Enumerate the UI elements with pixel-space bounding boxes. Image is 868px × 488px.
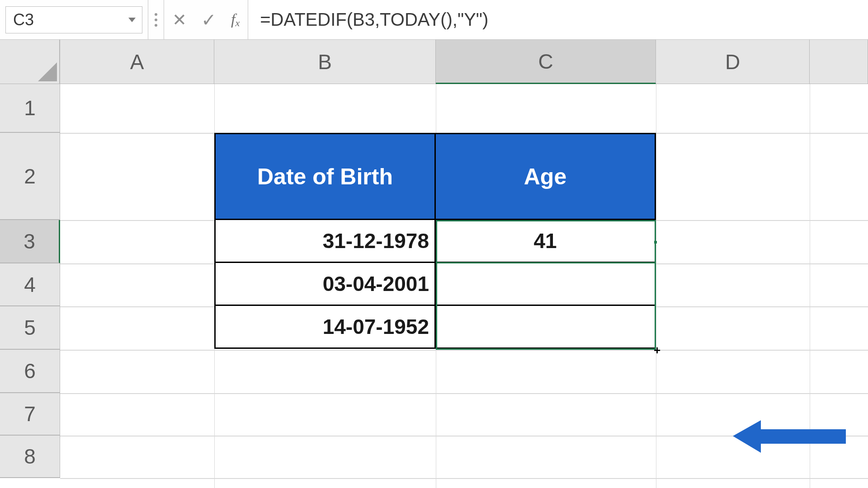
row-header-8[interactable]: 8 xyxy=(0,436,60,478)
table-row: 31-12-1978 41 xyxy=(214,220,656,263)
header-age[interactable]: Age xyxy=(436,133,656,220)
fill-cursor-icon: + xyxy=(654,344,660,356)
formula-text: =DATEDIF(B3,TODAY(),"Y") xyxy=(260,9,488,30)
fx-icon[interactable]: fx xyxy=(231,11,240,29)
chevron-down-icon[interactable] xyxy=(128,18,136,22)
formula-input[interactable]: =DATEDIF(B3,TODAY(),"Y") xyxy=(248,0,868,39)
row-headers: 1 2 3 4 5 6 7 8 xyxy=(0,84,60,478)
col-header-rest[interactable] xyxy=(810,40,868,84)
col-header-B[interactable]: B xyxy=(214,40,436,84)
name-box[interactable]: C3 xyxy=(5,6,142,33)
annotation-arrow-icon xyxy=(733,417,850,466)
row-header-2[interactable]: 2 xyxy=(0,133,60,220)
row-header-7[interactable]: 7 xyxy=(0,393,60,436)
table-header-row: Date of Birth Age xyxy=(214,133,656,220)
col-header-D[interactable]: D xyxy=(656,40,810,84)
cell-B3[interactable]: 31-12-1978 xyxy=(214,220,436,263)
enter-icon[interactable]: ✓ xyxy=(201,11,217,29)
column-headers: A B C D xyxy=(0,40,868,84)
formula-bar-actions: ✕ ✓ fx xyxy=(164,0,248,39)
cell-B5[interactable]: 14-07-1952 xyxy=(214,306,436,349)
col-header-C[interactable]: C xyxy=(436,40,656,84)
cell-C4[interactable] xyxy=(436,263,656,306)
name-box-container: C3 xyxy=(0,0,148,39)
col-header-A[interactable]: A xyxy=(60,40,214,84)
row-header-1[interactable]: 1 xyxy=(0,84,60,133)
header-date-of-birth[interactable]: Date of Birth xyxy=(214,133,436,220)
formula-bar: C3 ✕ ✓ fx =DATEDIF(B3,TODAY(),"Y") xyxy=(0,0,868,40)
spreadsheet-grid: A B C D 1 2 3 4 5 6 7 8 Date of Bir xyxy=(0,40,868,488)
cell-B4[interactable]: 03-04-2001 xyxy=(214,263,436,306)
cell-C5[interactable] xyxy=(436,306,656,349)
cancel-icon[interactable]: ✕ xyxy=(172,11,187,28)
svg-marker-0 xyxy=(733,420,846,453)
table-row: 03-04-2001 xyxy=(214,263,656,306)
data-table: Date of Birth Age 31-12-1978 41 03-04-20… xyxy=(214,133,656,349)
cells-area[interactable]: Date of Birth Age 31-12-1978 41 03-04-20… xyxy=(60,84,868,488)
dots-vertical-icon xyxy=(155,13,157,27)
select-all-corner[interactable] xyxy=(0,40,60,84)
cell-C3[interactable]: 41 xyxy=(436,220,656,263)
row-header-3[interactable]: 3 xyxy=(0,220,60,263)
row-header-5[interactable]: 5 xyxy=(0,306,60,350)
name-box-value: C3 xyxy=(13,10,34,29)
formula-bar-grip[interactable] xyxy=(148,0,164,39)
row-header-4[interactable]: 4 xyxy=(0,263,60,306)
fill-handle-icon[interactable] xyxy=(653,240,658,244)
row-header-6[interactable]: 6 xyxy=(0,350,60,393)
table-row: 14-07-1952 xyxy=(214,306,656,349)
